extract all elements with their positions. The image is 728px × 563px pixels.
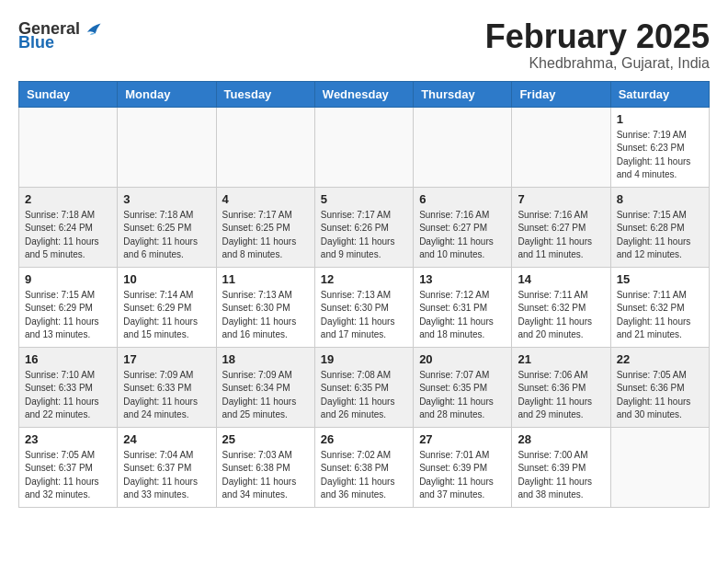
calendar-day-cell: 19Sunrise: 7:08 AM Sunset: 6:35 PM Dayli… xyxy=(314,347,413,427)
day-number: 18 xyxy=(222,352,309,366)
day-number: 10 xyxy=(123,272,210,286)
calendar-day-cell: 7Sunrise: 7:16 AM Sunset: 6:27 PM Daylig… xyxy=(512,187,610,267)
day-number: 23 xyxy=(25,432,111,446)
calendar-day-cell: 5Sunrise: 7:17 AM Sunset: 6:26 PM Daylig… xyxy=(314,187,413,267)
day-info: Sunrise: 7:09 AM Sunset: 6:33 PM Dayligh… xyxy=(123,369,210,422)
calendar-day-cell: 11Sunrise: 7:13 AM Sunset: 6:30 PM Dayli… xyxy=(216,267,314,347)
calendar-day-cell xyxy=(216,107,314,187)
day-number: 3 xyxy=(123,192,210,206)
calendar-day-cell: 21Sunrise: 7:06 AM Sunset: 6:36 PM Dayli… xyxy=(512,347,610,427)
calendar-day-cell: 13Sunrise: 7:12 AM Sunset: 6:31 PM Dayli… xyxy=(414,267,512,347)
weekday-header: Wednesday xyxy=(314,81,413,107)
day-info: Sunrise: 7:02 AM Sunset: 6:38 PM Dayligh… xyxy=(321,449,407,502)
calendar-day-cell: 26Sunrise: 7:02 AM Sunset: 6:38 PM Dayli… xyxy=(314,427,413,507)
logo-blue: Blue xyxy=(18,33,54,52)
day-number: 7 xyxy=(518,192,604,206)
weekday-header: Saturday xyxy=(610,81,709,107)
day-info: Sunrise: 7:13 AM Sunset: 6:30 PM Dayligh… xyxy=(321,289,407,342)
calendar-week-row: 16Sunrise: 7:10 AM Sunset: 6:33 PM Dayli… xyxy=(19,347,710,427)
day-info: Sunrise: 7:08 AM Sunset: 6:35 PM Dayligh… xyxy=(321,369,407,422)
day-info: Sunrise: 7:18 AM Sunset: 6:24 PM Dayligh… xyxy=(25,209,111,262)
day-info: Sunrise: 7:14 AM Sunset: 6:29 PM Dayligh… xyxy=(123,289,210,342)
logo-bird-icon xyxy=(82,18,102,39)
calendar-day-cell xyxy=(118,107,216,187)
calendar-day-cell: 25Sunrise: 7:03 AM Sunset: 6:38 PM Dayli… xyxy=(216,427,314,507)
calendar-day-cell: 10Sunrise: 7:14 AM Sunset: 6:29 PM Dayli… xyxy=(118,267,216,347)
day-number: 21 xyxy=(518,352,604,366)
calendar-day-cell xyxy=(414,107,512,187)
day-number: 6 xyxy=(419,192,506,206)
day-number: 28 xyxy=(518,432,604,446)
calendar-day-cell xyxy=(314,107,413,187)
day-number: 20 xyxy=(419,352,506,366)
calendar-day-cell: 3Sunrise: 7:18 AM Sunset: 6:25 PM Daylig… xyxy=(118,187,216,267)
weekday-header: Monday xyxy=(118,81,216,107)
day-info: Sunrise: 7:10 AM Sunset: 6:33 PM Dayligh… xyxy=(25,369,111,422)
day-number: 17 xyxy=(123,352,210,366)
day-info: Sunrise: 7:13 AM Sunset: 6:30 PM Dayligh… xyxy=(222,289,309,342)
day-number: 2 xyxy=(25,192,111,206)
calendar-day-cell: 23Sunrise: 7:05 AM Sunset: 6:37 PM Dayli… xyxy=(19,427,118,507)
day-number: 5 xyxy=(321,192,407,206)
calendar-day-cell: 20Sunrise: 7:07 AM Sunset: 6:35 PM Dayli… xyxy=(414,347,512,427)
calendar-day-cell xyxy=(512,107,610,187)
calendar-week-row: 9Sunrise: 7:15 AM Sunset: 6:29 PM Daylig… xyxy=(19,267,710,347)
calendar-day-cell xyxy=(19,107,118,187)
calendar-week-row: 1Sunrise: 7:19 AM Sunset: 6:23 PM Daylig… xyxy=(19,107,710,187)
day-info: Sunrise: 7:07 AM Sunset: 6:35 PM Dayligh… xyxy=(419,369,506,422)
day-number: 1 xyxy=(617,112,703,126)
month-title: February 2025 xyxy=(485,18,710,55)
day-info: Sunrise: 7:11 AM Sunset: 6:32 PM Dayligh… xyxy=(617,289,703,342)
calendar-table: SundayMondayTuesdayWednesdayThursdayFrid… xyxy=(18,81,710,508)
day-info: Sunrise: 7:09 AM Sunset: 6:34 PM Dayligh… xyxy=(222,369,309,422)
day-info: Sunrise: 7:16 AM Sunset: 6:27 PM Dayligh… xyxy=(419,209,506,262)
day-info: Sunrise: 7:00 AM Sunset: 6:39 PM Dayligh… xyxy=(518,449,604,502)
calendar-day-cell: 4Sunrise: 7:17 AM Sunset: 6:25 PM Daylig… xyxy=(216,187,314,267)
day-info: Sunrise: 7:15 AM Sunset: 6:28 PM Dayligh… xyxy=(617,209,703,262)
calendar-day-cell: 6Sunrise: 7:16 AM Sunset: 6:27 PM Daylig… xyxy=(414,187,512,267)
day-info: Sunrise: 7:19 AM Sunset: 6:23 PM Dayligh… xyxy=(617,129,703,182)
day-info: Sunrise: 7:05 AM Sunset: 6:36 PM Dayligh… xyxy=(617,369,703,422)
weekday-header: Tuesday xyxy=(216,81,314,107)
day-info: Sunrise: 7:17 AM Sunset: 6:26 PM Dayligh… xyxy=(321,209,407,262)
day-number: 15 xyxy=(617,272,703,286)
day-info: Sunrise: 7:15 AM Sunset: 6:29 PM Dayligh… xyxy=(25,289,111,342)
calendar-week-row: 23Sunrise: 7:05 AM Sunset: 6:37 PM Dayli… xyxy=(19,427,710,507)
day-number: 12 xyxy=(321,272,407,286)
day-number: 4 xyxy=(222,192,309,206)
calendar-day-cell xyxy=(610,427,709,507)
day-number: 27 xyxy=(419,432,506,446)
day-number: 14 xyxy=(518,272,604,286)
weekday-header: Thursday xyxy=(414,81,512,107)
calendar-week-row: 2Sunrise: 7:18 AM Sunset: 6:24 PM Daylig… xyxy=(19,187,710,267)
day-number: 13 xyxy=(419,272,506,286)
day-number: 16 xyxy=(25,352,111,366)
calendar-header-row: SundayMondayTuesdayWednesdayThursdayFrid… xyxy=(19,81,710,107)
day-info: Sunrise: 7:03 AM Sunset: 6:38 PM Dayligh… xyxy=(222,449,309,502)
page-header: General Blue February 2025 Khedbrahma, G… xyxy=(18,18,710,72)
day-info: Sunrise: 7:05 AM Sunset: 6:37 PM Dayligh… xyxy=(25,449,111,502)
calendar-day-cell: 15Sunrise: 7:11 AM Sunset: 6:32 PM Dayli… xyxy=(610,267,709,347)
weekday-header: Sunday xyxy=(19,81,118,107)
calendar-day-cell: 14Sunrise: 7:11 AM Sunset: 6:32 PM Dayli… xyxy=(512,267,610,347)
calendar-day-cell: 18Sunrise: 7:09 AM Sunset: 6:34 PM Dayli… xyxy=(216,347,314,427)
location-title: Khedbrahma, Gujarat, India xyxy=(485,55,710,72)
calendar-day-cell: 27Sunrise: 7:01 AM Sunset: 6:39 PM Dayli… xyxy=(414,427,512,507)
title-block: February 2025 Khedbrahma, Gujarat, India xyxy=(485,18,710,72)
day-info: Sunrise: 7:16 AM Sunset: 6:27 PM Dayligh… xyxy=(518,209,604,262)
day-number: 19 xyxy=(321,352,407,366)
day-number: 11 xyxy=(222,272,309,286)
calendar-day-cell: 8Sunrise: 7:15 AM Sunset: 6:28 PM Daylig… xyxy=(610,187,709,267)
calendar-day-cell: 9Sunrise: 7:15 AM Sunset: 6:29 PM Daylig… xyxy=(19,267,118,347)
day-info: Sunrise: 7:11 AM Sunset: 6:32 PM Dayligh… xyxy=(518,289,604,342)
logo: General Blue xyxy=(18,18,102,52)
calendar-day-cell: 16Sunrise: 7:10 AM Sunset: 6:33 PM Dayli… xyxy=(19,347,118,427)
calendar-day-cell: 22Sunrise: 7:05 AM Sunset: 6:36 PM Dayli… xyxy=(610,347,709,427)
day-info: Sunrise: 7:17 AM Sunset: 6:25 PM Dayligh… xyxy=(222,209,309,262)
calendar-day-cell: 1Sunrise: 7:19 AM Sunset: 6:23 PM Daylig… xyxy=(610,107,709,187)
day-info: Sunrise: 7:06 AM Sunset: 6:36 PM Dayligh… xyxy=(518,369,604,422)
day-number: 24 xyxy=(123,432,210,446)
day-info: Sunrise: 7:01 AM Sunset: 6:39 PM Dayligh… xyxy=(419,449,506,502)
day-info: Sunrise: 7:04 AM Sunset: 6:37 PM Dayligh… xyxy=(123,449,210,502)
weekday-header: Friday xyxy=(512,81,610,107)
